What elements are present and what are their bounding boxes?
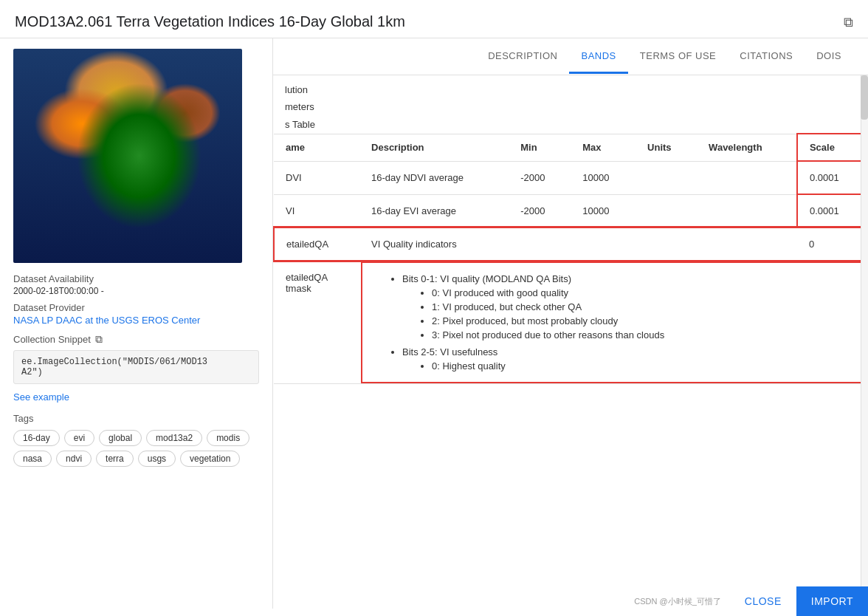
cell-wavelength [697,161,797,194]
close-button[interactable]: CLOSE [730,586,796,616]
title-bar: MOD13A2.061 Terra Vegetation Indices 16-… [0,0,868,38]
bottom-bar: CSDN @小时候_可惜了 CLOSE IMPORT [625,586,868,616]
main-layout: Dataset Availability 2000-02-18T00:00:00… [0,38,868,609]
table-row-qa: etailedQA VI Quality indicators 0 [274,227,867,261]
bands-table: ame Description Min Max Units Wavelength… [273,133,868,384]
cell-min: -2000 [509,161,571,194]
cell-wavelength [697,227,797,261]
see-example-link[interactable]: See example [13,391,259,403]
cell-scale: 0.0001 [797,194,867,227]
tabs-bar: DESCRIPTION BANDS TERMS OF USE CITATIONS… [273,38,868,75]
cell-description: 16-day NDVI average [359,161,509,194]
qa-sub-3: 2: Pixel produced, but most probably clo… [432,315,854,326]
tag[interactable]: 16-day [13,430,60,446]
page-title: MOD13A2.061 Terra Vegetation Indices 16-… [15,13,405,30]
tag[interactable]: terra [96,451,134,467]
partial-scroll-text: lution meters s Table [273,75,868,133]
cell-name: etailedQA tmask [274,261,359,384]
availability-value: 2000-02-18T00:00:00 - [13,286,259,296]
cell-units [636,161,697,194]
tag[interactable]: modis [207,430,249,446]
availability-label: Dataset Availability [13,273,259,284]
table-row: DVI 16-day NDVI average -2000 10000 0.00… [274,161,867,194]
col-scale: Scale [797,134,867,161]
scrollbar[interactable] [861,75,868,609]
cell-qa-detail: Bits 0-1: VI quality (MODLAND QA Bits) 0… [359,261,867,384]
cell-name: etailedQA [274,227,359,261]
cell-units [636,194,697,227]
qa-sub-5: 0: Highest quality [432,360,854,372]
snippet-label: Collection Snippet ⧉ [13,333,259,346]
col-min: Min [509,134,571,161]
table-header-row: ame Description Min Max Units Wavelength… [274,134,867,161]
watermark: CSDN @小时候_可惜了 [625,590,730,613]
map-africa-visualization [13,49,242,263]
cell-min [509,227,571,261]
tab-bands[interactable]: BANDS [569,40,627,74]
qa-bullet-2: Bits 2-5: VI usefulness 0: Highest quali… [402,346,854,372]
tag[interactable]: ndvi [56,451,92,467]
cell-max: 10000 [571,161,636,194]
tag[interactable]: usgs [138,451,176,467]
qa-description: Bits 0-1: VI quality (MODLAND QA Bits) 0… [373,273,854,372]
qa-sub-2: 1: VI produced, but check other QA [432,301,854,312]
cell-name: DVI [274,161,359,194]
qa-bullet-1: Bits 0-1: VI quality (MODLAND QA Bits) 0… [402,273,854,340]
tab-dois[interactable]: DOIS [805,40,853,74]
scroll-thumb[interactable] [861,75,868,120]
tag[interactable]: evi [64,430,94,446]
cell-max [571,227,636,261]
cell-name: VI [274,194,359,227]
tab-description[interactable]: DESCRIPTION [476,40,569,74]
copy-icon[interactable]: ⧉ [95,333,103,346]
import-button[interactable]: IMPORT [796,586,868,616]
tags-container: 16-dayeviglobalmod13a2modisnasandviterra… [13,430,259,467]
tag[interactable]: global [99,430,142,446]
table-row: VI 16-day EVI average -2000 10000 0.0001 [274,194,867,227]
snippet-code[interactable]: ee.ImageCollection("MODIS/061/MOD13 A2") [13,350,259,384]
dataset-map [13,49,242,263]
cell-scale: 0.0001 [797,161,867,194]
col-name: ame [274,134,359,161]
tag[interactable]: mod13a2 [146,430,202,446]
col-units: Units [636,134,697,161]
external-link-icon[interactable]: ⧉ [844,15,853,30]
qa-sub-1: 0: VI produced with good quality [432,287,854,298]
provider-link[interactable]: NASA LP DAAC at the USGS EROS Center [13,315,200,326]
cell-min: -2000 [509,194,571,227]
provider-label: Dataset Provider [13,302,259,313]
cell-scale: 0 [797,227,867,261]
partial-line-2: meters [285,98,856,115]
tag[interactable]: vegetation [180,451,240,467]
tab-terms[interactable]: TERMS OF USE [628,40,728,74]
tags-label: Tags [13,413,259,424]
cell-units [636,227,697,261]
partial-line-3: s Table [285,116,856,133]
col-max: Max [571,134,636,161]
table-row-qa-detail: etailedQA tmask Bits 0-1: VI quality (MO… [274,261,867,384]
col-wavelength: Wavelength [697,134,797,161]
content-area[interactable]: lution meters s Table ame Description Mi… [273,75,868,609]
cell-max: 10000 [571,194,636,227]
tab-citations[interactable]: CITATIONS [728,40,805,74]
cell-description: VI Quality indicators [359,227,509,261]
tag[interactable]: nasa [13,451,52,467]
qa-sub-4: 3: Pixel not produced due to other reaso… [432,329,854,340]
right-panel: DESCRIPTION BANDS TERMS OF USE CITATIONS… [273,38,868,609]
cell-wavelength [697,194,797,227]
left-panel: Dataset Availability 2000-02-18T00:00:00… [0,38,273,609]
cell-description: 16-day EVI average [359,194,509,227]
partial-line-1: lution [285,81,856,98]
col-description: Description [359,134,509,161]
dataset-availability: Dataset Availability 2000-02-18T00:00:00… [13,273,259,326]
